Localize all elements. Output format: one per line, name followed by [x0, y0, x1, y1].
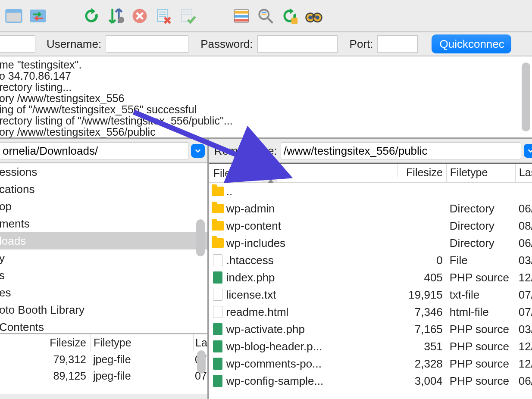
remote-col-filesize[interactable]: Filesize [397, 164, 447, 182]
remote-site-label: Remote site: [209, 144, 281, 158]
php-file-icon [213, 271, 222, 284]
message-log[interactable]: me "testingsitex".o 34.70.86.147rectory … [0, 56, 532, 139]
port-input[interactable] [377, 35, 418, 53]
log-line: ory /www/testingsitex_556/public [0, 126, 532, 137]
file-icon [213, 289, 222, 301]
remote-column-headers: Filename Filesize Filetype Las [209, 163, 532, 183]
local-tree-item[interactable]: y [0, 249, 207, 267]
remote-file-row[interactable]: wp-adminDirectory06/ [209, 200, 532, 217]
port-label: Port: [350, 37, 373, 51]
remote-file-row[interactable]: wp-includesDirectory06/ [209, 234, 532, 252]
compare-button[interactable] [231, 6, 252, 26]
remote-col-filetype[interactable]: Filetype [447, 164, 516, 182]
local-files-scrollbar[interactable] [197, 350, 206, 374]
log-line: rectory listing of "/www/testingsitex_55… [0, 115, 532, 126]
php-file-icon [213, 323, 222, 335]
file-icon [213, 254, 222, 266]
local-path-dropdown[interactable] [191, 144, 205, 158]
svg-point-3 [118, 16, 125, 23]
main-toolbar [0, 0, 532, 32]
remote-path-input[interactable] [281, 142, 522, 159]
log-line: me "testingsitex". [0, 59, 532, 70]
local-col-filesize[interactable]: Filesize [0, 334, 91, 351]
username-label: Username: [47, 37, 101, 51]
remote-file-row[interactable]: index.php405PHP source12/0 [209, 269, 532, 286]
svg-point-24 [308, 16, 312, 19]
local-tree-item[interactable]: op [0, 198, 207, 215]
local-directory-tree[interactable]: essionscationsopmentsloadsysesoto Booth … [0, 163, 207, 334]
queue-remove-button[interactable] [153, 6, 174, 26]
remote-col-modified[interactable]: Las [516, 164, 532, 182]
local-tree-item[interactable]: loads [0, 232, 207, 249]
local-file-list[interactable]: Filesize Filetype La 79,312jpeg-file0789… [0, 334, 207, 394]
svg-rect-20 [291, 17, 298, 24]
password-input[interactable] [257, 35, 338, 53]
remote-file-row[interactable]: .. [209, 183, 532, 200]
folder-icon [212, 187, 224, 196]
local-tree-scrollbar[interactable] [196, 219, 205, 256]
sort-indicator-icon [261, 164, 278, 182]
remote-pane: Remote site: Filename Filesize Filetype … [209, 139, 532, 399]
queue-ok-button[interactable] [178, 6, 198, 26]
log-line: o 34.70.86.147 [0, 70, 532, 81]
local-tree-item[interactable]: s [0, 267, 207, 284]
svg-rect-23 [312, 15, 315, 18]
svg-rect-14 [235, 15, 249, 18]
remote-file-row[interactable]: license.txt19,915txt-file07/ [209, 286, 532, 303]
search-button[interactable] [255, 6, 276, 26]
local-tree-item[interactable]: Contents [0, 318, 207, 334]
local-col-filetype[interactable]: Filetype [91, 334, 193, 351]
log-line: rectory listing... [0, 81, 532, 93]
remote-file-row[interactable]: wp-contentDirectory08/ [209, 217, 532, 234]
host-input[interactable] [0, 35, 35, 53]
log-scrollbar[interactable] [522, 62, 530, 131]
svg-rect-13 [235, 11, 249, 14]
remote-file-list[interactable]: ..wp-adminDirectory06/wp-contentDirector… [209, 183, 532, 399]
local-col-modified[interactable]: La [193, 334, 207, 351]
local-path-input[interactable] [0, 142, 188, 159]
username-input[interactable] [106, 35, 188, 53]
folder-icon [212, 204, 224, 213]
svg-rect-15 [235, 19, 249, 21]
remote-file-row[interactable]: wp-activate.php7,165PHP source03/ [209, 321, 532, 338]
local-tree-item[interactable]: ments [0, 215, 207, 232]
file-icon [213, 306, 222, 318]
site-manager-button[interactable] [3, 6, 24, 26]
php-file-icon [213, 375, 222, 387]
transfer-toggle-button[interactable] [28, 6, 48, 26]
local-tree-item[interactable]: oto Booth Library [0, 301, 207, 318]
quickconnect-button[interactable]: Quickconnec [432, 34, 511, 53]
sync-button[interactable] [279, 6, 300, 26]
process-queue-button[interactable] [105, 6, 126, 26]
cancel-button[interactable] [129, 6, 150, 26]
local-file-row[interactable]: 89,125jpeg-file07 [0, 368, 207, 384]
svg-line-17 [268, 18, 273, 23]
remote-file-row[interactable]: readme.html7,346html-file07/ [209, 303, 532, 321]
php-file-icon [213, 358, 222, 370]
local-pane: essionscationsopmentsloadsysesoto Booth … [0, 139, 209, 399]
password-label: Password: [200, 37, 253, 51]
folder-icon [212, 238, 224, 248]
local-tree-item[interactable]: es [0, 284, 207, 301]
remote-file-row[interactable]: .htaccess0File03/ [209, 252, 532, 269]
remote-file-row[interactable]: wp-blog-header.p...351PHP source12/0 [209, 338, 532, 355]
quick-connect-bar: Username: Password: Port: Quickconnec [0, 32, 532, 56]
binoculars-button[interactable] [304, 6, 324, 26]
folder-icon [212, 221, 224, 231]
local-tree-item[interactable]: cations [0, 181, 207, 198]
local-file-row[interactable]: 79,312jpeg-file07 [0, 351, 207, 368]
refresh-button[interactable] [81, 6, 102, 26]
svg-rect-1 [6, 9, 22, 12]
local-tree-item[interactable]: essions [0, 163, 207, 181]
php-file-icon [213, 340, 222, 352]
remote-file-row[interactable]: wp-config-sample...3,004PHP source06/ [209, 372, 532, 390]
log-line: ing of "/www/testingsitex_556" successfu… [0, 104, 532, 115]
svg-rect-9 [182, 9, 192, 21]
remote-col-filename[interactable]: Filename [209, 164, 397, 182]
svg-point-25 [316, 16, 319, 19]
log-line: ory /www/testingsitex_556 [0, 93, 532, 104]
remote-file-row[interactable]: wp-comments-po...2,328PHP source12/0 [209, 355, 532, 372]
remote-path-dropdown[interactable] [524, 144, 532, 158]
